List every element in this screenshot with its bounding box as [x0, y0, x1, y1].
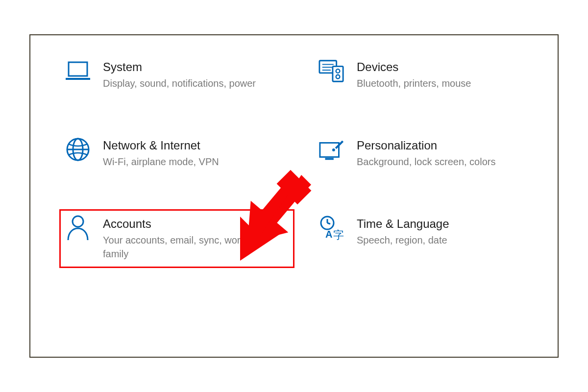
tile-text: Accounts Your accounts, email, sync, wor… [103, 215, 260, 261]
svg-rect-1 [66, 78, 90, 80]
tile-text: Network & Internet Wi-Fi, airplane mode,… [103, 136, 219, 169]
svg-line-18 [327, 223, 330, 224]
laptop-icon [65, 58, 91, 84]
tile-personalization[interactable]: Personalization Background, lock screen,… [314, 131, 548, 175]
tile-subtitle: Background, lock screen, colors [357, 155, 495, 169]
tile-subtitle: Speech, region, date [357, 233, 449, 247]
tile-system[interactable]: System Display, sound, notifications, po… [60, 53, 294, 97]
tile-text: Time & Language Speech, region, date [357, 215, 449, 247]
tile-network[interactable]: Network & Internet Wi-Fi, airplane mode,… [60, 131, 294, 175]
svg-rect-0 [69, 62, 87, 76]
tile-title: System [103, 60, 256, 74]
globe-icon [65, 136, 91, 163]
tile-subtitle: Wi-Fi, airplane mode, VPN [103, 155, 219, 169]
svg-point-15 [73, 216, 83, 227]
devices-icon [318, 58, 345, 84]
tile-devices[interactable]: Devices Bluetooth, printers, mouse [314, 53, 548, 97]
tile-title: Time & Language [357, 217, 449, 231]
time-language-icon: A 字 [318, 215, 345, 241]
tile-subtitle: Bluetooth, printers, mouse [357, 76, 471, 90]
personalization-icon [318, 136, 345, 163]
svg-point-14 [332, 148, 335, 151]
tile-text: System Display, sound, notifications, po… [103, 58, 256, 90]
tile-subtitle: Your accounts, email, sync, work, family [103, 233, 260, 261]
tile-subtitle: Display, sound, notifications, power [103, 76, 256, 90]
svg-text:字: 字 [333, 229, 344, 241]
tile-title: Network & Internet [103, 138, 219, 153]
tile-text: Personalization Background, lock screen,… [357, 136, 495, 169]
person-icon [65, 215, 91, 241]
tile-time-language[interactable]: A 字 Time & Language Speech, region, date [314, 210, 548, 268]
svg-text:A: A [325, 229, 332, 240]
settings-panel: System Display, sound, notifications, po… [29, 34, 559, 358]
tile-title: Devices [357, 60, 471, 74]
tile-text: Devices Bluetooth, printers, mouse [357, 58, 471, 90]
tile-accounts[interactable]: Accounts Your accounts, email, sync, wor… [60, 210, 294, 268]
tile-title: Personalization [357, 138, 495, 153]
svg-rect-12 [320, 143, 339, 157]
svg-rect-13 [325, 158, 334, 160]
tile-title: Accounts [103, 217, 260, 231]
settings-grid: System Display, sound, notifications, po… [60, 53, 548, 268]
